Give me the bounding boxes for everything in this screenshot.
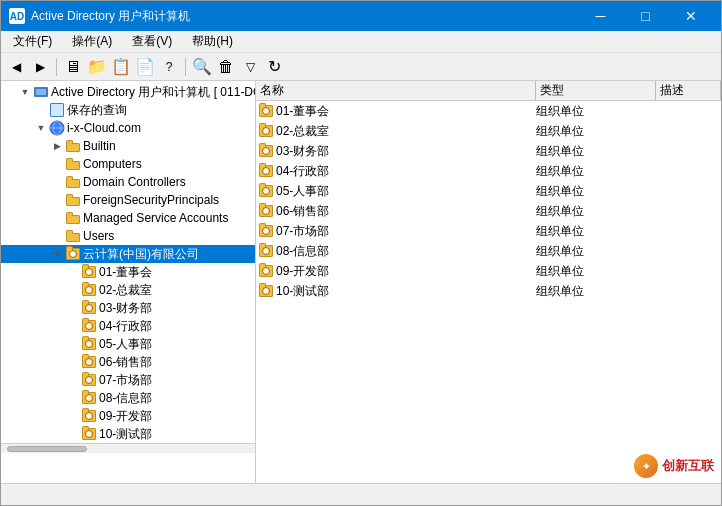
tree-node-ou03[interactable]: ▶ 03-财务部 bbox=[1, 299, 255, 317]
tree-node-computers[interactable]: ▶ Computers bbox=[1, 155, 255, 173]
toolbar-btn-8[interactable]: ▽ bbox=[239, 56, 261, 78]
tree-node-foreign-security[interactable]: ▶ ForeignSecurityPrincipals bbox=[1, 191, 255, 209]
list-item[interactable]: 02-总裁室 组织单位 bbox=[256, 121, 721, 141]
users-label: Users bbox=[83, 229, 114, 243]
list-item[interactable]: 09-开发部 组织单位 bbox=[256, 261, 721, 281]
ou-label: 02-总裁室 bbox=[99, 282, 152, 299]
toolbar-btn-6[interactable]: 🔍 bbox=[191, 56, 213, 78]
root-expand-icon[interactable]: ▼ bbox=[17, 87, 33, 97]
expand-icon[interactable]: ▶ bbox=[65, 393, 81, 403]
tree-node-yuncomputing[interactable]: ▼ 云计算(中国)有限公司 bbox=[1, 245, 255, 263]
tree-node-ou04[interactable]: ▶ 04-行政部 bbox=[1, 317, 255, 335]
expand-icon[interactable]: ▶ bbox=[65, 375, 81, 385]
forward-button[interactable]: ▶ bbox=[29, 56, 51, 78]
close-button[interactable]: ✕ bbox=[668, 1, 713, 31]
list-item-icon bbox=[256, 221, 276, 241]
list-item[interactable]: 10-测试部 组织单位 bbox=[256, 281, 721, 301]
root-icon bbox=[33, 84, 49, 100]
expand-icon[interactable]: ▶ bbox=[65, 429, 81, 439]
toolbar-btn-3[interactable]: 📋 bbox=[110, 56, 132, 78]
toolbar-btn-7[interactable]: 🗑 bbox=[215, 56, 237, 78]
tree-node-users[interactable]: ▶ Users bbox=[1, 227, 255, 245]
menu-view[interactable]: 查看(V) bbox=[124, 31, 180, 52]
tree-node-domain-controllers[interactable]: ▶ Domain Controllers bbox=[1, 173, 255, 191]
watermark: ✦ 创新互联 bbox=[634, 454, 714, 478]
list-item-name: 06-销售部 bbox=[276, 203, 536, 220]
expand-icon[interactable]: ▶ bbox=[49, 141, 65, 151]
folder-icon bbox=[65, 138, 81, 154]
tree-node-builtin[interactable]: ▶ Builtin bbox=[1, 137, 255, 155]
expand-icon[interactable]: ▶ bbox=[49, 231, 65, 241]
list-item-name: 03-财务部 bbox=[276, 143, 536, 160]
list-item[interactable]: 04-行政部 组织单位 bbox=[256, 161, 721, 181]
expand-icon[interactable]: ▶ bbox=[49, 213, 65, 223]
tree-node-managed-service[interactable]: ▶ Managed Service Accounts bbox=[1, 209, 255, 227]
list-item[interactable]: 06-销售部 组织单位 bbox=[256, 201, 721, 221]
expand-icon[interactable]: ▼ bbox=[49, 249, 65, 259]
ou-icon bbox=[65, 246, 81, 262]
content-panel: 名称 类型 描述 01-董事会 组织单位 bbox=[256, 81, 721, 483]
list-item-icon bbox=[256, 281, 276, 301]
expand-icon[interactable]: ▶ bbox=[65, 303, 81, 313]
list-item[interactable]: 08-信息部 组织单位 bbox=[256, 241, 721, 261]
expand-icon[interactable]: ▶ bbox=[65, 357, 81, 367]
toolbar-btn-5[interactable]: ? bbox=[158, 56, 180, 78]
toolbar-btn-9[interactable]: ↻ bbox=[263, 56, 285, 78]
list-item-name: 05-人事部 bbox=[276, 183, 536, 200]
ou-label: 08-信息部 bbox=[99, 390, 152, 407]
folder-icon bbox=[65, 174, 81, 190]
toolbar-btn-4[interactable]: 📄 bbox=[134, 56, 156, 78]
expand-icon[interactable]: ▶ bbox=[33, 105, 49, 115]
tree-hscroll[interactable] bbox=[1, 443, 255, 453]
expand-icon[interactable]: ▶ bbox=[65, 321, 81, 331]
tree-node-ou07[interactable]: ▶ 07-市场部 bbox=[1, 371, 255, 389]
expand-icon[interactable]: ▶ bbox=[65, 411, 81, 421]
menu-action[interactable]: 操作(A) bbox=[64, 31, 120, 52]
col-header-desc[interactable]: 描述 bbox=[656, 81, 721, 100]
expand-icon[interactable]: ▼ bbox=[33, 123, 49, 133]
list-item-name: 02-总裁室 bbox=[276, 123, 536, 140]
tree-root[interactable]: ▼ Active Directory 用户和计算机 [ 011-DC01 bbox=[1, 83, 255, 101]
tree-node-ou06[interactable]: ▶ 06-销售部 bbox=[1, 353, 255, 371]
tree-node-ou02[interactable]: ▶ 02-总裁室 bbox=[1, 281, 255, 299]
ou-icon bbox=[81, 264, 97, 280]
menu-file[interactable]: 文件(F) bbox=[5, 31, 60, 52]
ou-icon bbox=[81, 336, 97, 352]
yuncomputing-label: 云计算(中国)有限公司 bbox=[83, 246, 199, 263]
list-item-type: 组织单位 bbox=[536, 183, 656, 200]
tree-node-ix-cloud[interactable]: ▼ i-x-Cloud.com bbox=[1, 119, 255, 137]
expand-icon[interactable]: ▶ bbox=[49, 177, 65, 187]
list-item[interactable]: 05-人事部 组织单位 bbox=[256, 181, 721, 201]
tree-node-ou01[interactable]: ▶ 01-董事会 bbox=[1, 263, 255, 281]
tree-node-ou10[interactable]: ▶ 10-测试部 bbox=[1, 425, 255, 443]
list-item[interactable]: 01-董事会 组织单位 bbox=[256, 101, 721, 121]
maximize-button[interactable]: □ bbox=[623, 1, 668, 31]
list-item[interactable]: 03-财务部 组织单位 bbox=[256, 141, 721, 161]
expand-icon[interactable]: ▶ bbox=[49, 159, 65, 169]
expand-icon[interactable]: ▶ bbox=[65, 267, 81, 277]
hscroll-thumb[interactable] bbox=[7, 446, 87, 452]
toolbar-btn-1[interactable]: 🖥 bbox=[62, 56, 84, 78]
expand-icon[interactable]: ▶ bbox=[65, 285, 81, 295]
list-item-type: 组织单位 bbox=[536, 283, 656, 300]
minimize-button[interactable]: ─ bbox=[578, 1, 623, 31]
back-button[interactable]: ◀ bbox=[5, 56, 27, 78]
tree-ou-children: ▶ 01-董事会 ▶ 02-总裁室 bbox=[1, 263, 255, 443]
expand-icon[interactable]: ▶ bbox=[65, 339, 81, 349]
list-item[interactable]: 07-市场部 组织单位 bbox=[256, 221, 721, 241]
tree-node-ou09[interactable]: ▶ 09-开发部 bbox=[1, 407, 255, 425]
col-header-name[interactable]: 名称 bbox=[256, 81, 536, 100]
tree-panel: ▼ Active Directory 用户和计算机 [ 011-DC01 ▶ bbox=[1, 81, 256, 483]
ou-icon bbox=[81, 426, 97, 442]
tree-node-saved-queries[interactable]: ▶ 保存的查询 bbox=[1, 101, 255, 119]
menu-help[interactable]: 帮助(H) bbox=[184, 31, 241, 52]
toolbar-btn-2[interactable]: 📁 bbox=[86, 56, 108, 78]
watermark-text: 创新互联 bbox=[662, 457, 714, 475]
list-item-icon bbox=[256, 101, 276, 121]
tree-node-ou08[interactable]: ▶ 08-信息部 bbox=[1, 389, 255, 407]
expand-icon[interactable]: ▶ bbox=[49, 195, 65, 205]
tree-node-ou05[interactable]: ▶ 05-人事部 bbox=[1, 335, 255, 353]
col-header-type[interactable]: 类型 bbox=[536, 81, 656, 100]
list-item-type: 组织单位 bbox=[536, 203, 656, 220]
ou-label: 01-董事会 bbox=[99, 264, 152, 281]
